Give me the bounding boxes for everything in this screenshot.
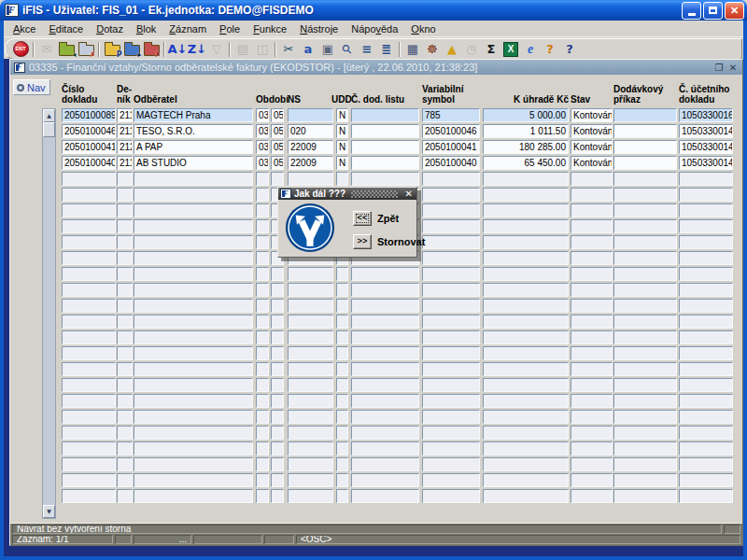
table-cell[interactable] xyxy=(422,410,480,424)
table-cell[interactable] xyxy=(483,489,569,503)
table-cell[interactable] xyxy=(62,362,116,376)
table-cell[interactable] xyxy=(134,457,253,471)
table-cell[interactable] xyxy=(422,203,480,217)
form-restore-button[interactable]: ❐ xyxy=(713,63,725,73)
form-close-button[interactable]: ✕ xyxy=(727,63,739,73)
menu-item-zaznam[interactable]: Záznam xyxy=(163,22,212,35)
table-cell[interactable] xyxy=(679,283,733,297)
table-cell[interactable] xyxy=(613,188,677,202)
table-cell[interactable] xyxy=(679,219,733,233)
table-cell[interactable] xyxy=(613,330,677,344)
table-cell[interactable] xyxy=(256,394,269,408)
table-cell[interactable] xyxy=(288,410,333,424)
table-cell[interactable] xyxy=(271,283,284,297)
table-cell[interactable] xyxy=(62,378,116,392)
table-cell[interactable] xyxy=(571,489,613,503)
table-cell[interactable]: AB STUDIO xyxy=(134,156,253,170)
table-cell[interactable]: 2050100041 xyxy=(422,140,480,154)
menu-item-funkce[interactable]: Funkce xyxy=(247,22,292,35)
table-cell[interactable] xyxy=(288,299,333,313)
table-cell[interactable] xyxy=(679,473,733,487)
table-cell[interactable] xyxy=(336,457,348,471)
table-cell[interactable]: 2050100046 xyxy=(422,124,480,138)
table-cell[interactable]: 2050100089 xyxy=(62,108,116,122)
table-cell[interactable] xyxy=(117,188,133,202)
table-cell[interactable] xyxy=(351,172,419,186)
table-cell[interactable] xyxy=(117,330,133,344)
table-cell[interactable] xyxy=(336,172,348,186)
table-cell[interactable] xyxy=(571,394,613,408)
table-cell[interactable] xyxy=(422,346,480,360)
table-cell[interactable] xyxy=(271,362,284,376)
table-cell[interactable] xyxy=(256,299,269,313)
menu-item-pole[interactable]: Pole xyxy=(214,22,246,35)
table-cell[interactable] xyxy=(117,378,133,392)
table-cell[interactable] xyxy=(134,473,253,487)
table-cell[interactable]: 65 450.00 xyxy=(483,156,569,170)
table-cell[interactable] xyxy=(256,267,269,281)
table-cell[interactable] xyxy=(117,267,133,281)
folder-p-icon[interactable]: P xyxy=(103,41,121,58)
table-cell[interactable] xyxy=(256,489,269,503)
table-cell[interactable] xyxy=(483,410,569,424)
table-cell[interactable] xyxy=(62,473,116,487)
table-cell[interactable]: 05 xyxy=(271,140,284,154)
menu-item-okno[interactable]: Okno xyxy=(405,22,441,35)
table-cell[interactable] xyxy=(117,426,133,440)
table-cell[interactable] xyxy=(62,426,116,440)
table-cell[interactable] xyxy=(117,394,133,408)
table-cell[interactable] xyxy=(483,267,569,281)
table-cell[interactable] xyxy=(288,108,333,122)
table-cell[interactable] xyxy=(613,457,677,471)
table-cell[interactable] xyxy=(571,315,613,329)
table-cell[interactable] xyxy=(271,426,284,440)
table-cell[interactable] xyxy=(134,330,253,344)
table-cell[interactable] xyxy=(256,457,269,471)
table-cell[interactable] xyxy=(271,330,284,344)
folder-x-icon[interactable]: ✗ xyxy=(142,41,161,58)
table-cell[interactable] xyxy=(613,283,677,297)
table-cell[interactable] xyxy=(351,410,419,424)
table-cell[interactable] xyxy=(351,473,419,487)
table-cell[interactable] xyxy=(483,203,569,217)
table-cell[interactable]: N xyxy=(336,108,348,122)
paste-icon[interactable]: ▣ xyxy=(318,41,337,58)
table-cell[interactable] xyxy=(613,378,677,392)
table-cell[interactable] xyxy=(134,410,253,424)
table-cell[interactable] xyxy=(117,457,133,471)
table-cell[interactable] xyxy=(271,299,284,313)
calendar-icon[interactable]: ▦ xyxy=(403,41,422,58)
table-cell[interactable] xyxy=(336,283,348,297)
table-cell[interactable] xyxy=(422,394,480,408)
table-cell[interactable] xyxy=(62,235,116,249)
table-cell[interactable] xyxy=(613,299,677,313)
table-cell[interactable] xyxy=(62,203,116,217)
sort-desc-icon[interactable]: Z↓ xyxy=(188,41,206,58)
table-cell[interactable]: Kontován xyxy=(571,108,613,122)
table-cell[interactable] xyxy=(483,346,569,360)
table-cell[interactable]: Kontován xyxy=(571,156,613,170)
table-cell[interactable] xyxy=(483,457,569,471)
table-cell[interactable] xyxy=(134,394,253,408)
table-cell[interactable] xyxy=(613,489,677,503)
table-cell[interactable] xyxy=(679,235,733,249)
table-cell[interactable] xyxy=(271,267,284,281)
table-cell[interactable] xyxy=(613,394,677,408)
copy-icon[interactable]: a xyxy=(299,41,317,58)
table-cell[interactable] xyxy=(571,172,613,186)
table-cell[interactable] xyxy=(351,362,419,376)
ie-icon[interactable]: e xyxy=(521,41,540,58)
table-cell[interactable] xyxy=(613,156,677,170)
table-cell[interactable] xyxy=(62,267,116,281)
table-cell[interactable] xyxy=(256,315,269,329)
folder-open-icon[interactable]: ◂ xyxy=(57,41,76,58)
table-cell[interactable] xyxy=(117,473,133,487)
table-cell[interactable]: 211 xyxy=(117,124,133,138)
table-cell[interactable] xyxy=(351,156,419,170)
table-cell[interactable] xyxy=(483,283,569,297)
table-cell[interactable] xyxy=(256,378,269,392)
table-cell[interactable]: TESO, S.R.O. xyxy=(134,124,253,138)
table-cell[interactable]: 212 xyxy=(117,140,133,154)
table-cell[interactable] xyxy=(571,299,613,313)
table-cell[interactable] xyxy=(483,188,569,202)
